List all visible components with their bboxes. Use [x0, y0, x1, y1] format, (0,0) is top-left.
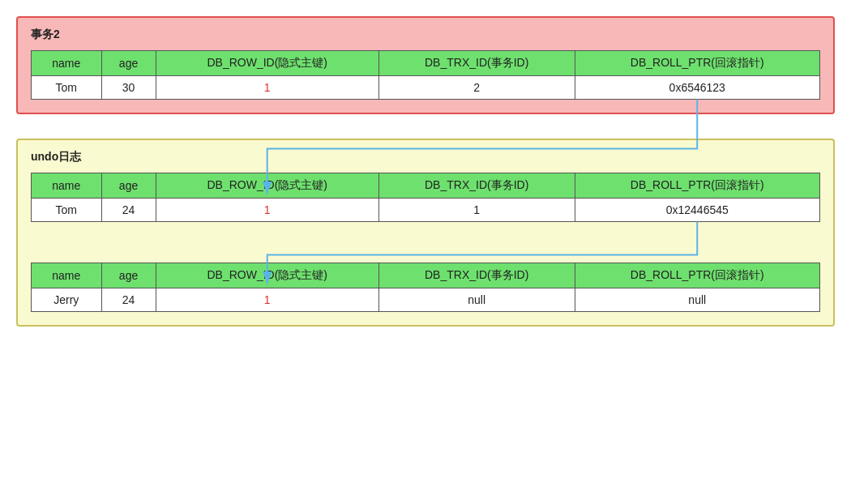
- undo1-th-name: name: [32, 173, 102, 199]
- undo1-cell-name: Tom: [32, 199, 102, 222]
- undo2-cell-rowid: 1: [156, 288, 378, 312]
- th-trxid-1: DB_TRX_ID(事务ID): [378, 51, 575, 76]
- transaction-title: 事务2: [31, 28, 820, 42]
- undo2-cell-trxid: null: [378, 288, 575, 312]
- th-rollptr-1: DB_ROLL_PTR(回滚指针): [575, 51, 820, 76]
- undo-table2-wrapper: name age DB_ROW_ID(隐式主键) DB_TRX_ID(事务ID)…: [31, 263, 820, 312]
- cell-name: Tom: [32, 76, 102, 100]
- th-age-1: age: [101, 51, 156, 76]
- undo1-header-row: name age DB_ROW_ID(隐式主键) DB_TRX_ID(事务ID)…: [32, 173, 820, 199]
- transaction-box: 事务2 name age DB_ROW_ID(隐式主键) DB_TRX_ID(事…: [16, 16, 835, 114]
- undo2-th-rowid: DB_ROW_ID(隐式主键): [156, 263, 378, 288]
- transaction-table-wrapper: name age DB_ROW_ID(隐式主键) DB_TRX_ID(事务ID)…: [31, 50, 820, 100]
- undo2-th-rollptr: DB_ROLL_PTR(回滚指针): [575, 263, 820, 288]
- undo1-cell-trxid: 1: [378, 199, 575, 222]
- cell-age: 30: [101, 76, 156, 100]
- undo2-cell-age: 24: [101, 288, 156, 312]
- arrow-spacer-2: [31, 222, 820, 263]
- cell-trxid: 2: [378, 76, 575, 100]
- undo-table2: name age DB_ROW_ID(隐式主键) DB_TRX_ID(事务ID)…: [31, 263, 820, 312]
- th-name-1: name: [32, 51, 102, 76]
- cell-rowid: 1: [156, 76, 378, 100]
- undo-table1-wrapper: name age DB_ROW_ID(隐式主键) DB_TRX_ID(事务ID)…: [31, 173, 820, 222]
- undo2-header-row: name age DB_ROW_ID(隐式主键) DB_TRX_ID(事务ID)…: [32, 263, 820, 288]
- undo1-th-age: age: [101, 173, 156, 199]
- undo-box: undo日志 name age DB_ROW_ID(隐式主键) DB_TRX_I…: [16, 139, 835, 327]
- undo2-th-age: age: [101, 263, 156, 288]
- undo2-th-name: name: [32, 263, 102, 288]
- undo-title: undo日志: [31, 150, 820, 164]
- undo1-cell-rollptr: 0x12446545: [575, 199, 820, 222]
- th-rowid-1: DB_ROW_ID(隐式主键): [156, 51, 378, 76]
- undo2-cell-name: Jerry: [32, 288, 102, 312]
- undo-table1: name age DB_ROW_ID(隐式主键) DB_TRX_ID(事务ID)…: [31, 173, 820, 222]
- undo2-th-trxid: DB_TRX_ID(事务ID): [378, 263, 575, 288]
- undo1-th-trxid: DB_TRX_ID(事务ID): [378, 173, 575, 199]
- undo2-cell-rollptr: null: [575, 288, 820, 312]
- undo1-th-rollptr: DB_ROLL_PTR(回滚指针): [575, 173, 820, 199]
- undo1-th-rowid: DB_ROW_ID(隐式主键): [156, 173, 378, 199]
- transaction-table: name age DB_ROW_ID(隐式主键) DB_TRX_ID(事务ID)…: [31, 50, 820, 100]
- undo1-cell-age: 24: [101, 199, 156, 222]
- table-row: Jerry 24 1 null null: [32, 288, 820, 312]
- undo1-cell-rowid: 1: [156, 199, 378, 222]
- table-row: Tom 30 1 2 0x6546123: [32, 76, 820, 100]
- table-row: Tom 24 1 1 0x12446545: [32, 199, 820, 222]
- cell-rollptr: 0x6546123: [575, 76, 820, 100]
- transaction-header-row: name age DB_ROW_ID(隐式主键) DB_TRX_ID(事务ID)…: [32, 51, 820, 76]
